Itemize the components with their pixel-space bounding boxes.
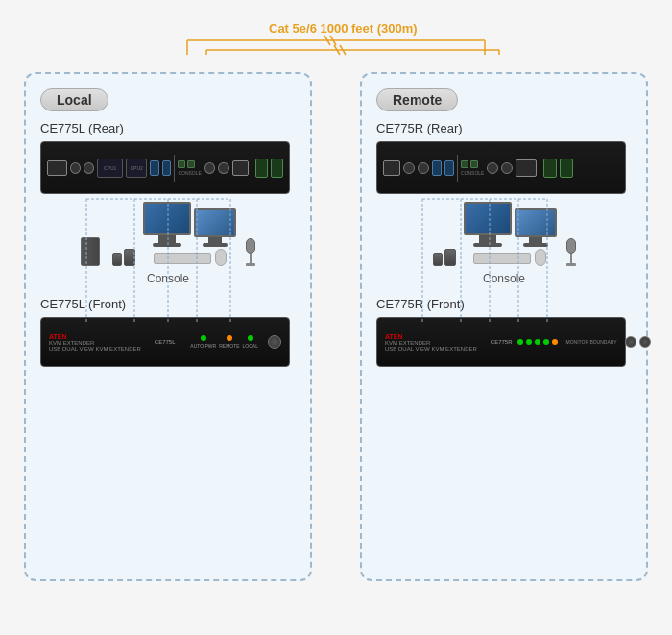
local-front-model-text: CE775L	[155, 339, 176, 345]
local-monitor-group	[143, 202, 236, 266]
local-keyboard	[154, 253, 211, 264]
remote-speaker-left	[433, 253, 443, 266]
remote-base1	[473, 243, 502, 247]
local-port-s1	[178, 160, 185, 168]
svg-line-3	[324, 36, 330, 45]
local-kb-mouse	[154, 249, 227, 266]
cable-label: Cat 5e/6 1000 feet (300m)	[269, 21, 418, 36]
local-label-local: LOCAL	[243, 343, 258, 349]
remote-vga2-port	[516, 159, 537, 177]
remote-rear-device: CONSOLE	[376, 141, 626, 194]
remote-label: Remote	[376, 88, 458, 111]
main-diagram: Cat 5e/6 1000 feet (300m)	[0, 0, 672, 635]
remote-microphone-group	[566, 238, 576, 266]
remote-monitor1	[464, 202, 512, 247]
remote-switch-row: MONITOR BOUNDARY	[565, 339, 616, 345]
remote-usb-port2	[444, 160, 454, 176]
remote-keyboard	[473, 253, 531, 264]
local-mic-base	[246, 263, 255, 266]
remote-front-device: ATEN KVM EXTENDER USB DUAL VIEW KVM EXTE…	[376, 317, 626, 367]
remote-kb-mouse	[473, 249, 546, 266]
local-front-model-label: CE775L	[155, 339, 176, 345]
local-monitor2	[194, 208, 236, 247]
local-front-title: CE775L (Front)	[40, 297, 296, 311]
local-led-autopwr	[201, 335, 206, 341]
local-rear-title: CE775L (Rear)	[40, 121, 296, 135]
remote-led-2-group	[526, 339, 532, 345]
local-audio-port4	[218, 162, 228, 174]
local-console-items	[81, 202, 255, 266]
remote-vga-port	[383, 160, 400, 176]
local-panel: Local CE775L (Rear) CPU1 CPU2 CONSOLE	[24, 72, 312, 581]
local-microphone-group	[246, 238, 255, 266]
svg-line-9	[340, 45, 346, 55]
remote-console-items	[433, 202, 576, 266]
remote-mic-head	[566, 238, 576, 254]
local-label-autopwr: AUTO PWR	[190, 343, 216, 349]
remote-divider2	[540, 155, 540, 182]
remote-led-5-group	[552, 339, 558, 345]
local-usb-port1	[150, 160, 159, 176]
remote-front-model-text: CE775R	[491, 339, 513, 345]
remote-console-area: Console	[376, 202, 632, 285]
remote-mic-stand	[570, 254, 572, 263]
local-usb-port2	[162, 160, 172, 176]
local-rj45-port1	[255, 159, 268, 178]
local-speaker-left	[112, 253, 122, 266]
local-front-remote-ind: REMOTE	[219, 335, 239, 349]
local-led-local	[248, 335, 253, 341]
local-db9-port: CPU2	[126, 159, 148, 178]
remote-brand-group: ATEN KVM EXTENDER USB DUAL VIEW KVM EXTE…	[385, 333, 477, 352]
remote-led-3-group	[535, 339, 540, 345]
local-label-remote: REMOTE	[219, 343, 239, 349]
remote-front-buttons	[625, 336, 651, 348]
local-rear-device: CPU1 CPU2 CONSOLE	[40, 141, 290, 194]
remote-front-title: CE775R (Front)	[376, 297, 632, 311]
local-brand-group: ATEN KVM EXTENDER USB DUAL VIEW KVM EXTE…	[49, 333, 141, 352]
local-computer-tower	[81, 237, 100, 266]
local-rj45-port2	[271, 159, 283, 178]
local-tower-group	[81, 237, 100, 266]
local-mic-stand	[250, 254, 252, 263]
remote-mic-base	[566, 263, 576, 266]
svg-line-8	[334, 45, 340, 55]
remote-usb-port1	[432, 160, 442, 176]
local-speaker-right	[124, 249, 135, 266]
local-db15-port: CPU1	[97, 159, 122, 178]
remote-monitor-group	[464, 202, 557, 266]
local-front-local-ind: LOCAL	[243, 335, 258, 349]
remote-led-4-group	[543, 339, 549, 345]
local-console-label: Console	[147, 272, 189, 285]
local-vga-port	[47, 160, 67, 176]
local-divider2	[252, 155, 252, 182]
remote-led-1-group	[517, 339, 523, 345]
remote-front-leds	[517, 339, 558, 345]
local-led-remote	[227, 335, 232, 341]
local-label: Local	[40, 88, 108, 111]
local-product-desc: USB DUAL VIEW KVM EXTENDER	[49, 346, 141, 352]
local-screen1	[143, 202, 191, 235]
local-monitors	[143, 202, 236, 247]
local-front-right: AUTO PWR REMOTE LOCAL	[190, 335, 281, 349]
remote-speaker-right	[444, 249, 456, 266]
local-front-button[interactable]	[268, 335, 281, 349]
local-base2	[203, 243, 228, 247]
remote-front-button2[interactable]	[639, 336, 651, 348]
local-front-labels: AUTO PWR REMOTE LOCAL	[190, 335, 258, 349]
remote-led-2	[526, 339, 532, 345]
remote-front-button1[interactable]	[625, 336, 636, 348]
remote-label-monitor: MONITOR BOUNDARY	[565, 339, 616, 345]
remote-base2	[523, 243, 548, 247]
remote-brand: ATEN	[385, 333, 477, 340]
remote-port-s2	[470, 160, 478, 168]
remote-front-switches: MONITOR BOUNDARY	[565, 339, 616, 345]
local-base1	[153, 243, 181, 247]
local-monitor1	[143, 202, 191, 247]
local-audio-port2	[84, 162, 94, 174]
local-port-s2	[187, 160, 195, 168]
remote-led-5	[552, 339, 558, 345]
remote-speakers	[433, 249, 456, 266]
remote-monitors	[464, 202, 557, 247]
local-screen2	[194, 208, 236, 237]
local-audio-port1	[70, 162, 81, 174]
